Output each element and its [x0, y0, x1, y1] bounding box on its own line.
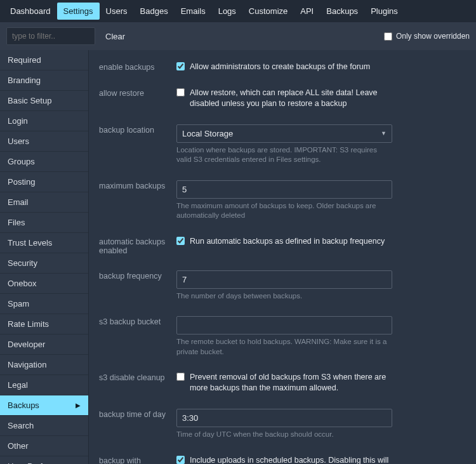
select-value: Local Storage: [182, 129, 233, 138]
setting-s3-disable-cleanup: s3 disable cleanup Prevent removal of ol…: [99, 367, 466, 404]
setting-label: backup location: [99, 124, 169, 135]
setting-maximum-backups: maximum backups The maximum amount of ba…: [99, 175, 466, 231]
backup-frequency-input[interactable]: [176, 270, 392, 289]
setting-backup-time-of-day: backup time of day Time of day UTC when …: [99, 404, 466, 450]
setting-label: backup with uploads: [99, 455, 169, 465]
s3-disable-cleanup-control[interactable]: Prevent removal of old backups from S3 w…: [176, 372, 392, 394]
setting-help: Location where backups are stored. IMPOR…: [176, 145, 392, 165]
sidebar-item-label: Required: [8, 55, 41, 65]
sidebar-item-label: Developer: [8, 340, 45, 349]
sidebar-item-developer[interactable]: Developer: [0, 335, 88, 355]
setting-label: allow restore: [99, 88, 169, 98]
sidebar-item-label: Legal: [8, 380, 28, 390]
setting-s3-backup-bucket: s3 backup bucket The remote bucket to ho…: [99, 311, 466, 367]
automatic-backups-control[interactable]: Run automatic backups as defined in back…: [176, 236, 392, 247]
setting-text: Allow administrators to create backups o…: [190, 62, 370, 72]
backup-location-select[interactable]: Local Storage ▼: [176, 124, 392, 143]
s3-backup-bucket-input[interactable]: [176, 316, 392, 335]
sidebar-item-backups[interactable]: Backups ▶: [0, 395, 88, 416]
sidebar-item-label: Login: [8, 116, 28, 126]
sidebar-item-posting[interactable]: Posting: [0, 172, 88, 192]
enable-backups-checkbox[interactable]: [176, 62, 185, 70]
setting-help: The remote bucket to hold backups. WARNI…: [176, 337, 392, 357]
nav-dashboard[interactable]: Dashboard: [4, 3, 57, 20]
setting-help: The number of days between backups.: [176, 291, 392, 302]
nav-plugins[interactable]: Plugins: [364, 3, 404, 20]
sidebar-item-user-preferences[interactable]: User Preferences: [0, 456, 88, 464]
sidebar-item-label: Spam: [8, 299, 29, 308]
setting-text: Run automatic backups as defined in back…: [190, 236, 385, 247]
sidebar-item-label: Basic Setup: [8, 96, 51, 105]
caret-right-icon: ▶: [76, 402, 81, 409]
nav-badges[interactable]: Badges: [134, 3, 175, 20]
backup-with-uploads-control[interactable]: Include uploads in scheduled backups. Di…: [176, 455, 392, 465]
sidebar-item-search[interactable]: Search: [0, 416, 88, 436]
sidebar-item-label: Navigation: [8, 360, 46, 369]
sidebar-item-login[interactable]: Login: [0, 111, 88, 131]
allow-restore-control[interactable]: Allow restore, which can replace ALL sit…: [176, 88, 392, 109]
sidebar-item-required[interactable]: Required: [0, 50, 88, 70]
nav-customize[interactable]: Customize: [242, 3, 294, 20]
filter-input[interactable]: [6, 27, 95, 45]
setting-automatic-backups-enabled: automatic backups enabled Run automatic …: [99, 231, 466, 265]
sidebar-item-legal[interactable]: Legal: [0, 375, 88, 395]
chevron-down-icon: ▼: [381, 130, 387, 136]
sidebar-item-groups[interactable]: Groups: [0, 152, 88, 172]
enable-backups-control[interactable]: Allow administrators to create backups o…: [176, 62, 392, 72]
sidebar-item-label: Other: [8, 441, 29, 451]
nav-settings[interactable]: Settings: [57, 3, 100, 20]
sidebar-item-email[interactable]: Email: [0, 192, 88, 213]
sidebar-item-label: Search: [8, 421, 34, 430]
sidebar-item-other[interactable]: Other: [0, 436, 88, 456]
sidebar-item-label: Users: [8, 136, 29, 146]
setting-text: Prevent removal of old backups from S3 w…: [190, 372, 392, 394]
setting-help: Time of day UTC when the backup should o…: [176, 430, 392, 440]
sidebar-item-trust-levels[interactable]: Trust Levels: [0, 233, 88, 253]
maximum-backups-input[interactable]: [176, 180, 392, 199]
sidebar-item-basic-setup[interactable]: Basic Setup: [0, 91, 88, 111]
setting-enable-backups: enable backups Allow administrators to c…: [99, 56, 466, 83]
nav-backups[interactable]: Backups: [320, 3, 364, 20]
setting-label: backup frequency: [99, 270, 169, 281]
nav-users[interactable]: Users: [100, 3, 134, 20]
setting-backup-frequency: backup frequency The number of days betw…: [99, 265, 466, 312]
sidebar-item-label: Trust Levels: [8, 238, 52, 248]
sidebar-item-navigation[interactable]: Navigation: [0, 355, 88, 375]
setting-label: s3 disable cleanup: [99, 372, 169, 382]
setting-backup-with-uploads: backup with uploads Include uploads in s…: [99, 450, 466, 465]
nav-api[interactable]: API: [294, 3, 320, 20]
sidebar-item-label: Groups: [8, 157, 35, 166]
setting-label: backup time of day: [99, 409, 169, 419]
sidebar-item-label: Files: [8, 218, 25, 227]
sidebar-item-rate-limits[interactable]: Rate Limits: [0, 314, 88, 335]
setting-backup-location: backup location Local Storage ▼ Location…: [99, 119, 466, 175]
sidebar-item-security[interactable]: Security: [0, 253, 88, 274]
backup-with-uploads-checkbox[interactable]: [176, 456, 185, 464]
sidebar-item-branding[interactable]: Branding: [0, 70, 88, 91]
sidebar-item-label: User Preferences: [8, 461, 72, 464]
s3-disable-cleanup-checkbox[interactable]: [176, 373, 185, 381]
sidebar-item-label: Posting: [8, 177, 35, 187]
allow-restore-checkbox[interactable]: [176, 88, 185, 96]
sidebar-item-users[interactable]: Users: [0, 131, 88, 152]
nav-emails[interactable]: Emails: [175, 3, 212, 20]
sidebar-item-label: Security: [8, 258, 37, 268]
filter-bar: Clear Only show overridden: [0, 22, 476, 50]
setting-label: maximum backups: [99, 180, 169, 190]
settings-content: enable backups Allow administrators to c…: [89, 50, 476, 464]
sidebar-item-spam[interactable]: Spam: [0, 294, 88, 314]
sidebar-item-label: Branding: [8, 76, 41, 85]
sidebar-item-files[interactable]: Files: [0, 213, 88, 233]
setting-label: enable backups: [99, 62, 169, 72]
sidebar-item-label: Backups: [8, 401, 39, 410]
only-overridden-checkbox[interactable]: [384, 32, 392, 41]
only-overridden-label: Only show overridden: [396, 32, 470, 41]
sidebar-item-label: Email: [8, 197, 29, 207]
only-overridden-toggle[interactable]: Only show overridden: [384, 32, 470, 41]
sidebar-item-onebox[interactable]: Onebox: [0, 274, 88, 294]
nav-logs[interactable]: Logs: [212, 3, 242, 20]
automatic-backups-checkbox[interactable]: [176, 237, 185, 245]
top-nav: Dashboard Settings Users Badges Emails L…: [0, 0, 476, 22]
backup-time-of-day-input[interactable]: [176, 409, 392, 427]
clear-button[interactable]: Clear: [105, 32, 125, 41]
